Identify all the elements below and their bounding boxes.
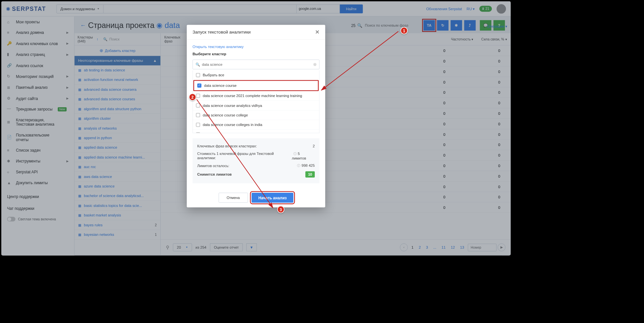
cluster-search-input[interactable] [202,62,311,67]
cluster-option[interactable]: data science course 2021 complete machin… [193,91,319,101]
checkbox[interactable] [196,113,200,117]
callout-3: 3 [277,206,284,213]
text-analytics-modal: Запуск текстовой аналитики ✕ Открыть тек… [187,25,325,208]
callout-1: 1 [401,27,408,34]
open-analytics-link[interactable]: Открыть текстовую аналитику [193,45,243,49]
checkbox[interactable] [196,94,200,98]
clear-icon[interactable]: ⊗ [313,62,316,67]
cluster-options-list: Выбрать все data science coursedata scie… [193,70,319,133]
checkbox[interactable] [196,123,200,127]
cluster-search[interactable]: 🔍 ⊗ [193,60,319,69]
modal-title: Запуск текстовой аналитики [193,30,251,35]
close-icon[interactable]: ✕ [315,29,320,35]
cluster-option[interactable]: data science course [193,80,319,91]
modal-overlay: Запуск текстовой аналитики ✕ Открыть тек… [1,1,511,256]
checkbox[interactable] [196,132,200,133]
cluster-option[interactable]: data science course colleges in kerala [193,130,319,133]
checkbox[interactable] [196,73,200,77]
cancel-button[interactable]: Отмена [218,193,248,203]
select-all-option[interactable]: Выбрать все [193,70,319,80]
start-analysis-button[interactable]: Начать анализ [251,193,293,203]
search-icon: 🔍 [196,62,200,67]
cluster-option[interactable]: data science course colleges in india [193,120,319,130]
cluster-option[interactable]: data science course analytics vidhya [193,101,319,110]
checkbox[interactable] [196,103,200,108]
callout-2: 2 [189,93,196,101]
checkbox[interactable] [197,84,201,88]
cluster-option[interactable]: data science course college [193,110,319,120]
choose-cluster-label: Выберите кластер [193,52,319,56]
modal-info-panel: Ключевых фраз во всех кластерах:2 Стоимо… [193,138,319,184]
